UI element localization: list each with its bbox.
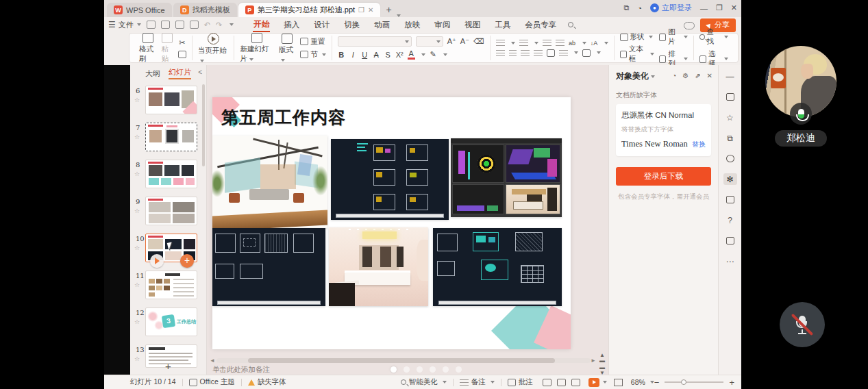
layers-icon[interactable]: ⧉ xyxy=(723,132,737,144)
selection-pane-icon[interactable] xyxy=(723,194,737,205)
missing-font-warning[interactable]: 缺失字体 xyxy=(248,377,286,387)
slide-sorter-view-icon[interactable] xyxy=(557,379,566,386)
highlight-button[interactable]: ✎ xyxy=(430,50,437,59)
slide-image-3dsmax[interactable] xyxy=(451,138,562,217)
format-painter-button[interactable]: 格式刷 xyxy=(139,33,157,64)
tab-transition[interactable]: 切换 xyxy=(343,18,360,32)
strikethrough-button[interactable]: A xyxy=(373,51,380,59)
zoom-in-button[interactable]: + xyxy=(729,377,734,388)
gear-icon[interactable]: ⚙ xyxy=(682,72,689,79)
beautify-wand-icon[interactable]: ✻ xyxy=(723,173,737,185)
smart-beautify-button[interactable]: 智能美化 xyxy=(401,377,447,387)
more-tools-icon[interactable]: ⋯ xyxy=(723,255,737,267)
slide-10-thumbnail-current[interactable]: + xyxy=(145,234,197,262)
animation-pane-icon[interactable] xyxy=(723,153,737,164)
superscript-button[interactable]: X² xyxy=(396,51,404,59)
decrease-font-icon[interactable]: A⁻ xyxy=(460,37,469,46)
scroll-right-arrow-icon[interactable]: ► xyxy=(591,357,596,364)
increase-font-icon[interactable]: A⁺ xyxy=(447,37,456,46)
tab-insert[interactable]: 插入 xyxy=(283,18,300,32)
fit-slide-icon[interactable] xyxy=(614,379,623,386)
play-slide-overlay-button[interactable] xyxy=(150,254,164,268)
pagination-dot[interactable] xyxy=(417,366,423,373)
paragraph-settings-icon[interactable] xyxy=(582,49,591,57)
play-from-current-button[interactable]: 当页开始 xyxy=(198,33,229,64)
slides-tab[interactable]: 幻灯片 xyxy=(169,67,191,79)
increase-indent-icon[interactable] xyxy=(556,40,565,46)
reading-view-icon[interactable] xyxy=(571,379,580,386)
slide-image-bakery-render[interactable] xyxy=(329,227,428,306)
tab-home[interactable]: 开始 xyxy=(253,18,270,32)
star-icon[interactable]: ☆ xyxy=(134,244,140,251)
textbox-button[interactable]: 文本框 xyxy=(620,45,655,64)
tab-tools[interactable]: 工具 xyxy=(494,18,511,32)
font-size-combo[interactable] xyxy=(416,36,443,47)
properties-icon[interactable] xyxy=(723,91,737,103)
picture-button[interactable]: 图片 xyxy=(659,27,688,47)
paste-button[interactable]: 粘贴 xyxy=(162,33,173,64)
slide-canvas[interactable]: 第五周工作内容 xyxy=(212,97,571,349)
bold-button[interactable]: B xyxy=(338,51,345,59)
normal-view-icon[interactable] xyxy=(543,379,551,386)
slide-12-thumbnail[interactable]: 3 工作总结 xyxy=(145,308,197,336)
new-slide-button[interactable]: 新建幻灯片 xyxy=(240,33,274,64)
close-panel-icon[interactable]: ✕ xyxy=(707,72,712,79)
undo-icon[interactable]: ↶ xyxy=(204,21,210,29)
tab-slideshow[interactable]: 放映 xyxy=(404,18,421,32)
notes-button[interactable]: 备注 xyxy=(460,377,495,387)
tab-animation[interactable]: 动画 xyxy=(373,18,390,32)
replace-link[interactable]: 替换 xyxy=(692,140,706,149)
font-name-combo[interactable] xyxy=(338,36,412,47)
star-icon[interactable]: ☆ xyxy=(134,134,140,140)
collapse-panel-icon[interactable]: < xyxy=(198,68,202,76)
restore-button[interactable]: ❐ xyxy=(716,3,723,12)
align-center-icon[interactable] xyxy=(509,50,517,56)
print-icon[interactable] xyxy=(175,21,184,29)
pagination-dot[interactable] xyxy=(430,366,436,373)
close-tab-icon[interactable]: ✕ xyxy=(368,6,373,14)
zoom-slider-knob[interactable] xyxy=(681,379,686,385)
zoom-out-button[interactable]: − xyxy=(654,377,660,388)
slide-11-thumbnail[interactable] xyxy=(145,271,197,299)
copy-icon[interactable] xyxy=(178,51,186,58)
tab-review[interactable]: 审阅 xyxy=(434,18,451,32)
font-color-button[interactable]: A xyxy=(408,49,415,60)
output-icon[interactable] xyxy=(161,21,170,29)
pagination-dot[interactable] xyxy=(443,366,449,373)
numbering-icon[interactable] xyxy=(519,40,528,46)
close-window-button[interactable]: ✕ xyxy=(731,3,737,12)
distribute-icon[interactable] xyxy=(547,49,555,57)
collapse-strip-icon[interactable]: — xyxy=(723,71,737,82)
pin-icon[interactable]: ⇗ xyxy=(695,72,700,79)
slide-image-hand-sketch[interactable] xyxy=(212,136,327,228)
print-preview-icon[interactable] xyxy=(190,21,199,29)
download-after-login-button[interactable]: 登录后下载 xyxy=(616,167,711,186)
layout-button[interactable]: 版式 xyxy=(279,34,295,63)
slide-8-thumbnail[interactable] xyxy=(145,160,197,188)
slide-image-cad-plans-3[interactable] xyxy=(433,228,562,306)
detach-window-icon[interactable]: ❐ xyxy=(358,6,364,14)
pagination-dot-active[interactable] xyxy=(390,366,397,373)
slide-image-cad-plans-1[interactable] xyxy=(331,139,449,220)
tab-view[interactable]: 视图 xyxy=(464,18,481,32)
tab-member[interactable]: 会员专享 xyxy=(524,18,557,32)
add-slide-button[interactable]: + xyxy=(165,360,171,372)
file-menu[interactable]: 文件 xyxy=(119,20,134,30)
star-favorites-icon[interactable]: ☆ xyxy=(723,112,737,123)
slide-7-thumbnail[interactable] xyxy=(145,123,197,151)
cut-icon[interactable]: ✂ xyxy=(178,38,186,47)
hamburger-icon[interactable]: ☰ xyxy=(108,20,116,29)
previous-slide-button[interactable]: ▲▬ xyxy=(599,353,605,364)
justify-icon[interactable] xyxy=(534,50,543,56)
char-spacing-icon[interactable]: ab xyxy=(569,40,576,47)
align-right-icon[interactable] xyxy=(521,50,530,56)
star-icon[interactable]: ☆ xyxy=(134,208,140,214)
outline-tab[interactable]: 大纲 xyxy=(145,68,160,79)
zoom-slider[interactable] xyxy=(665,381,723,383)
underline-button[interactable]: U xyxy=(361,51,369,59)
tab-design[interactable]: 设计 xyxy=(313,18,330,32)
star-icon[interactable]: ☆ xyxy=(134,171,140,177)
star-icon[interactable]: ☆ xyxy=(134,318,140,325)
slideshow-play-button[interactable] xyxy=(588,378,599,387)
scroll-left-arrow-icon[interactable]: ◄ xyxy=(210,357,215,364)
